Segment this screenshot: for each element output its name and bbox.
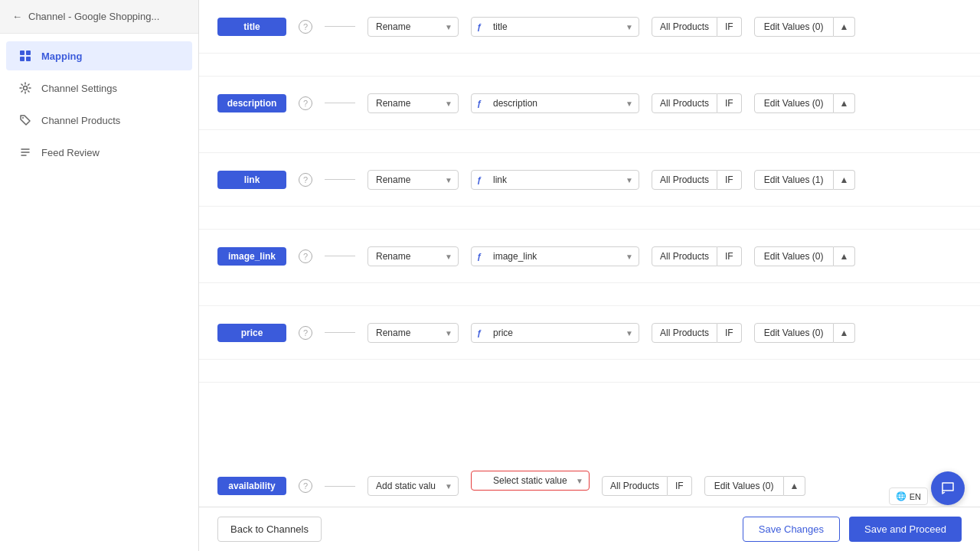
- svg-rect-0: [20, 51, 24, 55]
- source-field-select-link[interactable]: link title description image_link price: [471, 170, 639, 190]
- sidebar-item-channel-settings[interactable]: Channel Settings: [6, 73, 192, 103]
- back-to-channels-button[interactable]: Back to Channels: [217, 517, 322, 542]
- edit-values-btn-description[interactable]: Edit Values (0): [754, 93, 834, 113]
- connector-line: [325, 179, 355, 180]
- if-btn-availability[interactable]: IF: [668, 476, 692, 496]
- operation-select-title[interactable]: Rename Add static valu Custom value Remo…: [368, 17, 459, 37]
- svg-rect-1: [26, 51, 31, 55]
- source-field-select-price[interactable]: price title description link image_link: [471, 323, 639, 343]
- edit-expand-group-description: Edit Values (0) ▲: [754, 93, 856, 113]
- field-source-icon-image-link: ƒ: [477, 252, 482, 261]
- expand-btn-link[interactable]: ▲: [834, 170, 856, 190]
- table-row: title ? Rename Add static valu Custom va…: [199, 0, 980, 54]
- row-spacer-1: [199, 54, 980, 77]
- field-source-icon-title: ƒ: [477, 22, 482, 31]
- connector-line: [325, 486, 355, 487]
- field-source-icon-description: ƒ: [477, 99, 482, 108]
- products-if-group-link: All Products IF: [652, 170, 742, 190]
- connector-line: [325, 332, 355, 333]
- edit-values-btn-link[interactable]: Edit Values (1): [754, 170, 834, 190]
- sidebar-mapping-label: Mapping: [41, 51, 82, 62]
- source-field-select-title[interactable]: title description link image_link price: [471, 17, 639, 37]
- edit-values-btn-image-link[interactable]: Edit Values (0): [754, 246, 834, 266]
- help-icon-image-link[interactable]: ?: [299, 249, 312, 263]
- help-icon-price[interactable]: ?: [299, 326, 312, 340]
- field-tag-availability: availability: [217, 477, 286, 495]
- edit-expand-group-price: Edit Values (0) ▲: [754, 323, 856, 343]
- edit-values-btn-availability[interactable]: Edit Values (0): [704, 476, 784, 496]
- edit-values-btn-price[interactable]: Edit Values (0): [754, 323, 834, 343]
- edit-values-btn-title[interactable]: Edit Values (0): [754, 17, 834, 37]
- products-if-group-availability: All Products IF: [602, 476, 692, 496]
- help-icon-description[interactable]: ?: [299, 96, 312, 110]
- sidebar-item-mapping[interactable]: Mapping: [6, 41, 192, 70]
- all-products-btn-price[interactable]: All Products: [652, 323, 717, 343]
- help-icon-availability[interactable]: ?: [299, 479, 312, 493]
- mapping-content: title ? Rename Add static valu Custom va…: [199, 0, 980, 551]
- source-field-wrapper-image-link: ƒ image_link title description link pric…: [471, 246, 639, 266]
- field-tag-description: description: [217, 94, 286, 112]
- sidebar-item-channel-products[interactable]: Channel Products: [6, 106, 192, 135]
- expand-btn-description[interactable]: ▲: [834, 93, 856, 113]
- sidebar-back-button[interactable]: ← Channel - Google Shopping...: [0, 0, 198, 34]
- field-source-icon-price: ƒ: [477, 328, 482, 337]
- if-btn-price[interactable]: IF: [717, 323, 742, 343]
- sidebar-feed-review-label: Feed Review: [41, 147, 100, 158]
- source-field-wrapper-description: ƒ description title link image_link pric…: [471, 93, 639, 113]
- source-field-select-description[interactable]: description title link image_link price: [471, 93, 639, 113]
- if-btn-link[interactable]: IF: [717, 170, 742, 190]
- row-spacer-2: [199, 130, 980, 153]
- expand-btn-price[interactable]: ▲: [834, 323, 856, 343]
- edit-expand-group-availability: Edit Values (0) ▲: [704, 476, 806, 496]
- tag-icon: [18, 113, 32, 127]
- connector-line: [325, 103, 355, 103]
- row-spacer-3: [199, 207, 980, 230]
- operation-select-availability[interactable]: Add static valu Rename Custom value Remo…: [368, 476, 459, 496]
- all-products-btn-link[interactable]: All Products: [652, 170, 717, 190]
- field-tag-image-link: image_link: [217, 247, 286, 266]
- sidebar-nav: Mapping Channel Settings Channel Product…: [0, 34, 198, 174]
- expand-btn-title[interactable]: ▲: [834, 17, 856, 37]
- save-and-proceed-button[interactable]: Save and Proceed: [849, 517, 962, 542]
- all-products-btn-description[interactable]: All Products: [652, 93, 717, 113]
- help-icon-link[interactable]: ?: [299, 173, 312, 187]
- help-icon-title[interactable]: ?: [299, 20, 312, 34]
- field-tag-price: price: [217, 324, 286, 342]
- source-field-select-image-link[interactable]: image_link title description link price: [471, 246, 639, 266]
- expand-btn-image-link[interactable]: ▲: [834, 246, 856, 266]
- footer-right-buttons: Save Changes Save and Proceed: [743, 517, 962, 542]
- back-arrow-icon: ←: [12, 11, 22, 22]
- grid-icon: [18, 49, 32, 63]
- table-row: price ? Rename Add static valu Custom va…: [199, 306, 980, 360]
- if-btn-title[interactable]: IF: [717, 17, 742, 37]
- products-if-group-description: All Products IF: [652, 93, 742, 113]
- operation-select-wrapper-title: Rename Add static valu Custom value Remo…: [368, 17, 459, 37]
- products-if-group-price: All Products IF: [652, 323, 742, 343]
- sidebar-channel-settings-label: Channel Settings: [41, 83, 117, 94]
- field-tag-link: link: [217, 171, 286, 189]
- main-content: title ? Rename Add static valu Custom va…: [199, 0, 980, 551]
- expand-btn-availability[interactable]: ▲: [784, 476, 806, 496]
- svg-point-5: [22, 117, 24, 119]
- row-spacer-4: [199, 283, 980, 306]
- connector-line: [325, 256, 355, 256]
- sidebar-item-feed-review[interactable]: Feed Review: [6, 138, 192, 167]
- if-btn-description[interactable]: IF: [717, 93, 742, 113]
- source-field-select-availability[interactable]: Select static value in stock out of stoc…: [471, 471, 590, 491]
- operation-select-link[interactable]: Rename Add static valu Custom value Remo…: [368, 170, 459, 190]
- all-products-btn-image-link[interactable]: All Products: [652, 246, 717, 266]
- all-products-btn-title[interactable]: All Products: [652, 17, 717, 37]
- sidebar-back-label: Channel - Google Shopping...: [28, 11, 159, 22]
- operation-select-wrapper-price: Rename Add static valu Custom value Remo…: [368, 323, 459, 343]
- operation-select-price[interactable]: Rename Add static valu Custom value Remo…: [368, 323, 459, 343]
- operation-select-image-link[interactable]: Rename Add static valu Custom value Remo…: [368, 246, 459, 266]
- sidebar-channel-products-label: Channel Products: [41, 115, 120, 126]
- if-btn-image-link[interactable]: IF: [717, 246, 742, 266]
- save-changes-button[interactable]: Save Changes: [743, 517, 840, 542]
- all-products-btn-availability[interactable]: All Products: [602, 476, 668, 496]
- chat-button[interactable]: [931, 471, 965, 505]
- field-tag-title: title: [217, 18, 286, 36]
- products-if-group-title: All Products IF: [652, 17, 742, 37]
- operation-select-description[interactable]: Rename Add static valu Custom value Remo…: [368, 93, 459, 113]
- language-badge[interactable]: 🌐 EN: [889, 487, 928, 505]
